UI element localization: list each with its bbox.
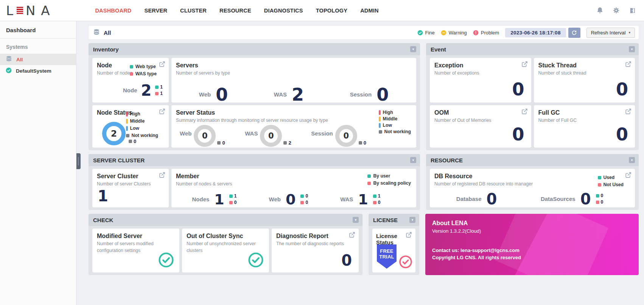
node-status-donut: 2 [102, 122, 126, 145]
nav-admin[interactable]: ADMIN [360, 8, 379, 14]
nav-diagnostics[interactable]: DIAGNOSTICS [264, 8, 303, 14]
sidebar-item-defaultsystem[interactable]: DefaultSystem [0, 65, 76, 76]
panel-title: Event [431, 46, 446, 53]
notifications-bell-icon[interactable] [596, 7, 604, 14]
card-subtitle: Number of exceptions [434, 70, 527, 77]
license-panel: LICENSE ▾ License Status FREE TRIAL [369, 214, 419, 275]
chevron-down-icon: ▾ [355, 218, 357, 222]
servers-card: Servers Number of servers by type Web0 W… [171, 58, 416, 103]
card-title: Exception [434, 62, 527, 69]
card-title: Modified Server [97, 233, 175, 240]
inventory-panel: Inventory ▾ Node Number of nodes Web typ… [89, 43, 420, 150]
nav-server[interactable]: SERVER [145, 8, 168, 14]
sidebar-item-all[interactable]: All [0, 54, 76, 65]
database-stack-icon [6, 56, 12, 63]
db-resource-card: DB Resource Number of registered DB reso… [430, 169, 635, 207]
db-resource-legend: Used Not Used [598, 175, 624, 187]
chevron-down-icon: ▾ [631, 158, 633, 162]
status-warning-check-icon [399, 255, 412, 270]
panel-title: LICENSE [373, 217, 398, 223]
server-cluster-panel: SERVER CLUSTER ▾ Server Cluster Number o… [89, 154, 420, 210]
panel-title: CHECK [93, 217, 113, 223]
external-link-icon[interactable] [159, 61, 165, 69]
member-web: Web 0 00 [269, 192, 308, 207]
server-status-was: WAS 0 2 [245, 125, 291, 147]
card-title: Server Cluster [97, 173, 164, 180]
settings-gear-icon[interactable] [613, 7, 620, 14]
about-lena-panel: About LENA Version 1.3.2.2(Cloud) Contac… [425, 214, 639, 275]
nav-cluster[interactable]: CLUSTER [180, 8, 207, 14]
status-ok-check-icon [158, 252, 174, 269]
external-link-icon[interactable] [625, 172, 632, 180]
datasources-count: DataSources 0 00 [541, 191, 603, 207]
card-subtitle: Summary information through monitoring o… [176, 117, 412, 124]
server-status-card: Server Status Summary information throug… [171, 105, 416, 148]
collapse-panel-button[interactable]: ▾ [629, 157, 635, 163]
card-subtitle: The number of diagnostic reports [276, 241, 354, 247]
external-link-icon[interactable] [159, 172, 165, 180]
logout-door-icon[interactable] [629, 7, 636, 14]
external-link-icon[interactable] [521, 61, 528, 69]
stuck-thread-count: 0 [616, 81, 628, 98]
server-count-session: Session0 [350, 86, 389, 103]
external-link-icon[interactable] [406, 232, 412, 240]
card-title: Full GC [538, 109, 631, 116]
main-content: All Fine Warning Problem 2023-06-26 18:1… [76, 21, 644, 305]
chevron-down-icon: ▾ [412, 158, 414, 162]
node-status-card: Node Status High Middle Low Not working … [92, 105, 169, 148]
check-panel: CHECK ▾ Modified Server Number of server… [89, 214, 362, 275]
refresh-button[interactable] [568, 28, 580, 38]
panel-title: RESOURCE [431, 157, 463, 163]
member-was: WAS 1 10 [340, 192, 380, 207]
nav-dashboard[interactable]: DASHBOARD [95, 8, 131, 14]
collapse-panel-button[interactable]: ▾ [353, 217, 359, 223]
card-title: Out of Cluster Sync [187, 233, 264, 240]
card-title: OOM [434, 109, 527, 116]
external-link-icon[interactable] [625, 108, 632, 116]
collapse-panel-button[interactable]: ▾ [409, 217, 415, 223]
warning-minus-icon [441, 30, 446, 36]
nav-topology[interactable]: TOPOLOGY [316, 8, 348, 14]
card-title: Servers [176, 62, 412, 69]
about-copyright: Copyright LG CNS. All rights reserved [432, 255, 632, 260]
exception-card: Exception Number of exceptions 0 [430, 58, 531, 103]
sidebar-item-label: DefaultSystem [16, 68, 51, 74]
chevron-down-icon: ▾ [628, 31, 630, 34]
status-ok-check-icon [248, 252, 264, 269]
sidebar-collapse-handle[interactable] [76, 153, 81, 169]
event-panel: Event ▾ Exception Number of exceptions 0… [426, 43, 639, 150]
diagnostic-report-card: Diagnostic Report The number of diagnost… [272, 229, 359, 272]
card-subtitle: Number of Out of Memories [434, 117, 527, 124]
resource-panel: RESOURCE ▾ DB Resource Number of registe… [426, 154, 639, 210]
refresh-interval-dropdown[interactable]: Refresh Interval ▾ [586, 28, 635, 38]
server-status-web: Web 0 0 [180, 125, 225, 147]
out-of-cluster-sync-card: Out of Cluster Sync Number of unsynchron… [182, 229, 269, 272]
member-nodes: Nodes 1 10 [192, 192, 237, 207]
full-gc-card: Full GC Number of Full GC 0 [534, 105, 635, 148]
collapse-panel-button[interactable]: ▾ [410, 46, 416, 52]
legend-problem: Problem [473, 30, 499, 36]
refresh-icon [571, 30, 577, 36]
last-refresh-timestamp: 2023-06-26 18:17:08 [505, 28, 566, 37]
member-legend: By user By scaling policy [367, 173, 411, 186]
about-title: About LENA [432, 220, 632, 227]
license-status-card: License Status FREE TRIAL [372, 229, 415, 272]
external-link-icon[interactable] [349, 232, 355, 240]
oom-card: OOM Number of Out of Memories 0 [430, 105, 531, 148]
collapse-panel-button[interactable]: ▾ [629, 46, 635, 52]
collapse-panel-button[interactable]: ▾ [410, 157, 416, 163]
nav-resource[interactable]: RESOURCE [219, 8, 251, 14]
external-link-icon[interactable] [159, 108, 165, 116]
stuck-thread-card: Stuck Thread Number of stuck thread 0 [534, 58, 635, 103]
external-link-icon[interactable] [521, 108, 528, 116]
free-trial-badge: FREE TRIAL [377, 244, 397, 269]
about-contact: Contact us: lena-support@lgcns.com [432, 247, 632, 253]
scope-label: All [104, 30, 111, 36]
node-total-value: 2 [141, 83, 151, 98]
external-link-icon[interactable] [625, 61, 632, 69]
node-card: Node Number of nodes Web type WAS type N… [92, 58, 169, 103]
lena-logo[interactable]: L N A [6, 3, 50, 18]
card-subtitle: Number of Full GC [538, 117, 631, 124]
server-cluster-count: 1 [98, 188, 108, 204]
sidebar-section-systems: Systems [0, 39, 76, 54]
